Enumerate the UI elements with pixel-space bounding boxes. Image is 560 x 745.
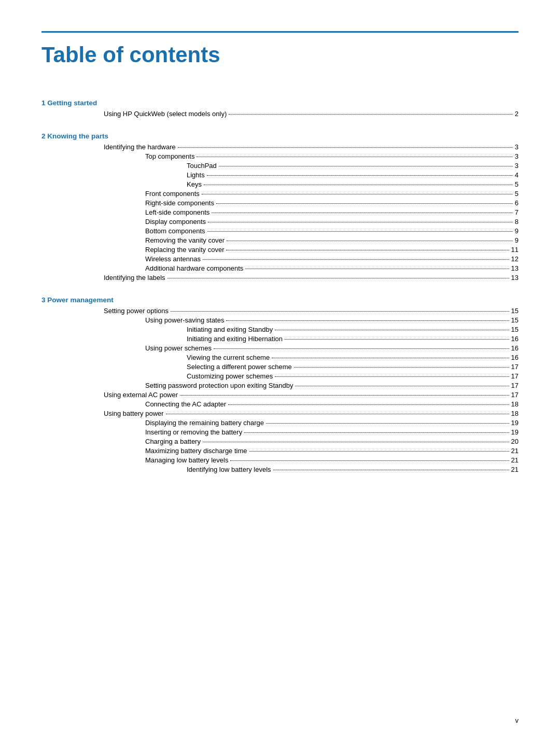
- toc-entry: Display components8: [41, 218, 519, 226]
- toc-entry: Removing the vanity cover9: [41, 236, 519, 244]
- toc-entry-page: 13: [511, 274, 519, 282]
- toc-entry: Additional hardware components13: [41, 264, 519, 272]
- toc-entry-page: 16: [511, 335, 519, 343]
- toc-entry: Selecting a different power scheme17: [41, 363, 519, 371]
- toc-entry: Right-side components6: [41, 199, 519, 207]
- toc-entry-dots: [230, 460, 509, 461]
- toc-entry: Keys5: [41, 180, 519, 188]
- toc-entry-dots: [207, 175, 513, 176]
- toc-entry-dots: [227, 241, 513, 241]
- toc-entry: Wireless antennas12: [41, 255, 519, 263]
- toc-entry-page: 17: [511, 363, 519, 371]
- toc-entry-dots: [226, 250, 509, 250]
- toc-entry-page: 4: [515, 171, 519, 179]
- toc-entry-page: 18: [511, 410, 519, 417]
- toc-entry-text: Using battery power: [104, 410, 164, 417]
- toc-entry-page: 12: [511, 255, 519, 263]
- toc-entry-dots: [273, 470, 509, 470]
- toc-entry-dots: [219, 166, 513, 166]
- toc-entry-page: 8: [515, 218, 519, 226]
- toc-entry-page: 5: [515, 190, 519, 198]
- toc-entry-dots: [171, 311, 509, 312]
- toc-entry-dots: [167, 278, 509, 278]
- toc-entry-dots: [245, 269, 509, 269]
- toc-entry-dots: [202, 194, 513, 194]
- toc-entry-dots: [203, 442, 509, 442]
- toc-entry-text: Customizing power schemes: [187, 372, 273, 380]
- toc-entry-page: 17: [511, 391, 519, 399]
- toc-entry: Bottom components9: [41, 227, 519, 235]
- toc-entry-dots: [212, 213, 512, 213]
- toc-entry-text: Top components: [145, 152, 194, 160]
- toc-entry: Maximizing battery discharge time21: [41, 447, 519, 455]
- toc-entry-dots: [285, 339, 509, 340]
- toc-entry: Initiating and exiting Standby15: [41, 326, 519, 333]
- toc-entry-page: 15: [511, 307, 519, 315]
- toc-entry-text: Initiating and exiting Hibernation: [187, 335, 283, 343]
- toc-entry-dots: [244, 432, 509, 433]
- toc-entry-page: 7: [515, 208, 519, 216]
- footer-page-number: v: [515, 716, 519, 724]
- toc-entry-page: 3: [515, 152, 519, 160]
- toc-entry-dots: [294, 367, 509, 368]
- toc-entry-dots: [228, 404, 509, 405]
- toc-entry-text: Setting power options: [104, 307, 169, 315]
- toc-entry: Identifying the labels13: [41, 274, 519, 282]
- toc-entry-text: Identifying the hardware: [104, 143, 176, 151]
- toc-entry-dots: [295, 386, 509, 386]
- toc-entry-text: Removing the vanity cover: [145, 236, 225, 244]
- toc-entry-dots: [275, 330, 509, 330]
- page-title: Table of contents: [41, 42, 519, 68]
- toc-entry-page: 20: [511, 438, 519, 445]
- toc-entry-dots: [208, 222, 513, 222]
- toc-entry-text: Viewing the current scheme: [187, 354, 270, 361]
- toc-entry: Inserting or removing the battery19: [41, 428, 519, 436]
- chapter-3: 3 Power managementSetting power options1…: [41, 296, 519, 473]
- toc-entry-page: 17: [511, 372, 519, 380]
- toc-entry-page: 9: [515, 227, 519, 235]
- toc-entry-text: Displaying the remaining battery charge: [145, 419, 264, 427]
- toc-entry-dots: [166, 414, 509, 414]
- toc-entry-page: 3: [515, 143, 519, 151]
- toc-entry: Managing low battery levels21: [41, 456, 519, 464]
- toc-entry-page: 17: [511, 382, 519, 389]
- toc-entry: Using external AC power17: [41, 391, 519, 399]
- toc-entry-dots: [204, 185, 513, 185]
- chapter-2: 2 Knowing the partsIdentifying the hardw…: [41, 132, 519, 282]
- toc-entry-dots: [216, 203, 513, 204]
- toc-entry-text: Inserting or removing the battery: [145, 428, 242, 436]
- toc-entry-text: Managing low battery levels: [145, 456, 228, 464]
- toc-entry-page: 18: [511, 400, 519, 408]
- chapter-1: 1 Getting startedUsing HP QuickWeb (sele…: [41, 99, 519, 118]
- toc-entry-page: 5: [515, 180, 519, 188]
- toc-entry: Front components5: [41, 190, 519, 198]
- toc-entry: Identifying the hardware3: [41, 143, 519, 151]
- toc-entry-text: Replacing the vanity cover: [145, 246, 224, 254]
- toc-entry: Identifying low battery levels21: [41, 466, 519, 473]
- toc-entry-text: Left-side components: [145, 208, 209, 216]
- toc-entry-text: Connecting the AC adapter: [145, 400, 226, 408]
- toc-entry: Initiating and exiting Hibernation16: [41, 335, 519, 343]
- toc-entry-page: 16: [511, 354, 519, 361]
- toc-entry: Top components3: [41, 152, 519, 160]
- title-section: Table of contents: [41, 31, 519, 68]
- toc-entry: Using power-saving states15: [41, 316, 519, 324]
- toc-entry-dots: [197, 157, 512, 157]
- toc-entry: Customizing power schemes17: [41, 372, 519, 380]
- toc-entry-page: 15: [511, 316, 519, 324]
- toc-entry-dots: [226, 320, 509, 321]
- toc-entry: Using battery power18: [41, 410, 519, 417]
- toc-entry-dots: [249, 451, 509, 452]
- toc-entry-dots: [207, 231, 513, 232]
- toc-entry: Left-side components7: [41, 208, 519, 216]
- toc-entry: Charging a battery20: [41, 438, 519, 445]
- toc-entry-page: 15: [511, 326, 519, 333]
- toc-entry-text: Using HP QuickWeb (select models only): [104, 110, 227, 118]
- toc-entry-page: 16: [511, 344, 519, 352]
- toc-entry: Lights4: [41, 171, 519, 179]
- toc-entry-dots: [229, 114, 513, 115]
- toc-entry-dots: [272, 358, 509, 358]
- toc-entry-text: Initiating and exiting Standby: [187, 326, 273, 333]
- toc-entry-page: 19: [511, 428, 519, 436]
- toc-entry: Connecting the AC adapter18: [41, 400, 519, 408]
